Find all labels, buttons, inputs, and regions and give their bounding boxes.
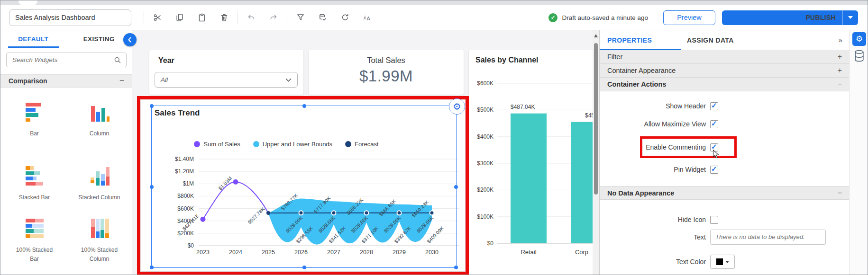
x-axis-label: 2027 [327,249,340,256]
y-axis-label: $100K [477,213,493,220]
x-axis-label: 2023 [196,249,210,256]
tab-assign-data[interactable]: ASSIGN DATA [687,30,734,50]
row-show-header: Show Header [600,101,850,111]
preview-button[interactable]: Preview [663,10,715,25]
y-axis-label: $300K [477,160,493,167]
total-sales-title: Total Sales [309,56,464,65]
collapse-icon[interactable]: − [119,76,124,86]
y-axis-label: $500K [477,106,493,113]
legend-dot [345,141,351,147]
paste-button[interactable] [194,10,210,25]
tab-properties[interactable]: PROPERTIES [607,30,652,50]
collapse-icon[interactable]: − [838,80,842,89]
vertical-scrollbar[interactable] [593,30,599,275]
widget-item-stacked-bar[interactable]: Stacked Bar [1,165,67,202]
widget-item-100-stacked-column[interactable]: 100% Stacked Column [66,218,132,263]
widget-label: Stacked Bar [12,193,57,202]
hide-icon-checkbox[interactable] [710,216,718,224]
expand-icon[interactable]: + [838,66,842,75]
publish-button[interactable]: PUBLISH [722,10,858,25]
widget-label: Bar [12,129,57,138]
dashboard-title-input[interactable] [9,9,131,26]
scroll-up-arrow[interactable] [594,34,598,37]
cut-button[interactable] [150,10,165,25]
row-allow-maximize: Allow Maximize View [600,119,850,129]
chevron-down-icon [848,16,853,19]
property-label: Show Header [600,102,706,110]
section-container-actions[interactable]: Container Actions − [600,78,850,91]
expand-icon[interactable]: + [838,53,842,61]
section-comparison[interactable]: Comparison − [0,74,132,88]
legend-dot [253,141,259,147]
history-tools [244,10,281,25]
collapse-icon[interactable]: − [838,189,842,197]
dashboard-designer-app: ẋA ✓ Draft auto-saved a minute ago Previ… [0,0,868,275]
widget-settings-gear[interactable]: ⚙ [449,98,465,115]
row-text-color: Text Color [600,255,850,269]
refresh-icon [341,13,349,22]
x-axis-label: 2026 [294,249,308,256]
pin-widget-checkbox[interactable] [710,166,718,174]
y-axis-label: $0 [487,240,494,247]
legend-item-bounds[interactable]: Upper and Lower Bounds [253,141,332,148]
panel-expand-icon[interactable]: » [839,36,842,44]
sidebar-tabs: DEFAULT EXISTING [0,30,132,48]
legend-label: Sum of Sales [203,141,240,148]
section-title: Container Actions [607,80,666,88]
redo-icon [269,13,278,22]
toolbar-right: ✓ Draft auto-saved a minute ago Preview … [548,10,860,25]
allow-maximize-checkbox[interactable] [710,120,718,128]
y-axis-label: $0 [188,242,194,249]
tab-existing[interactable]: EXISTING [66,30,132,48]
datasource-check-button[interactable] [315,10,330,25]
divider [238,11,238,24]
row-enable-commenting: Enable Commenting [600,142,850,152]
widget-item-stacked-column[interactable]: Stacked Column [66,165,132,202]
properties-gear-button[interactable]: ⚙ [852,32,866,46]
property-label: Hide Icon [600,216,706,223]
y-axis-label: $1.40M [175,156,194,162]
row-no-data-text: Text [600,229,850,245]
delete-button[interactable] [217,10,232,25]
bar-chart-icon [25,101,45,122]
y-axis-label: $600K [477,80,493,87]
refresh-button[interactable] [338,10,353,25]
search-icon [114,56,121,64]
toolbar: ẋA ✓ Draft auto-saved a minute ago Previ… [0,5,868,30]
section-filter[interactable]: Filter + [600,50,850,64]
widget-sidebar: DEFAULT EXISTING Comparison − Bar Column [0,30,132,275]
browser-edge [0,0,868,5]
show-header-checkbox[interactable] [710,102,718,110]
stacked-bar-chart-icon [25,165,45,186]
tab-default[interactable]: DEFAULT [0,30,66,48]
year-dropdown[interactable]: All [155,72,298,88]
datasource-button[interactable] [853,50,865,62]
x-axis-label: 2028 [360,249,373,256]
widget-item-100-stacked-bar[interactable]: 100% Stacked Bar [1,218,67,263]
filter-button[interactable] [293,10,308,25]
mouse-cursor [713,150,720,159]
bar-label: $487.04K [511,104,535,110]
publish-dropdown[interactable] [843,16,858,19]
sales-trend-widget[interactable]: Sales Trend Sum of Sales Upper and Lower… [141,100,465,271]
section-container-appearance[interactable]: Container Appearance + [600,64,850,78]
localization-button[interactable]: ẋA [360,10,375,25]
scissors-icon [153,13,162,22]
redo-button[interactable] [266,10,281,25]
y-axis-label: $1M [183,180,194,187]
publish-label: PUBLISH [722,14,842,21]
sidebar-collapse-button[interactable] [123,33,137,46]
scrollbar-thumb[interactable] [594,43,598,195]
widget-item-bar[interactable]: Bar [1,101,67,138]
svg-text:ẋ: ẋ [363,15,366,20]
copy-button[interactable] [172,10,187,25]
legend-item-sum-of-sales[interactable]: Sum of Sales [194,141,240,148]
trash-icon [220,13,228,22]
text-color-dropdown[interactable] [710,255,735,269]
search-input[interactable] [11,56,114,64]
legend-item-forecast[interactable]: Forecast [345,141,379,148]
widget-item-column[interactable]: Column [66,101,132,138]
section-no-data-appearance[interactable]: No Data Appearance − [600,186,850,200]
undo-button[interactable] [244,10,259,25]
no-data-text-input[interactable] [710,230,826,245]
